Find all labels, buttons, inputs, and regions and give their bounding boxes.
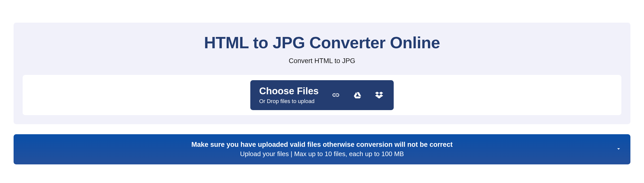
choose-files-button[interactable]: Choose Files Or Drop files to upload	[259, 86, 319, 105]
chevron-down-icon[interactable]	[615, 146, 622, 153]
dropbox-icon[interactable]	[375, 90, 384, 100]
choose-files-label: Choose Files	[259, 86, 319, 97]
info-bar: Make sure you have uploaded valid files …	[14, 134, 630, 164]
drop-files-label: Or Drop files to upload	[259, 98, 319, 105]
page-subtitle: Convert HTML to JPG	[23, 57, 621, 65]
link-icon[interactable]	[331, 90, 340, 100]
info-bar-limits: Upload your files | Max up to 10 files, …	[24, 150, 620, 158]
converter-panel: HTML to JPG Converter Online Convert HTM…	[14, 23, 630, 124]
upload-button-group: Choose Files Or Drop files to upload	[250, 80, 394, 110]
info-bar-warning: Make sure you have uploaded valid files …	[24, 141, 620, 149]
page-title: HTML to JPG Converter Online	[23, 33, 621, 52]
google-drive-icon[interactable]	[353, 90, 362, 100]
upload-dropzone[interactable]: Choose Files Or Drop files to upload	[23, 75, 621, 115]
